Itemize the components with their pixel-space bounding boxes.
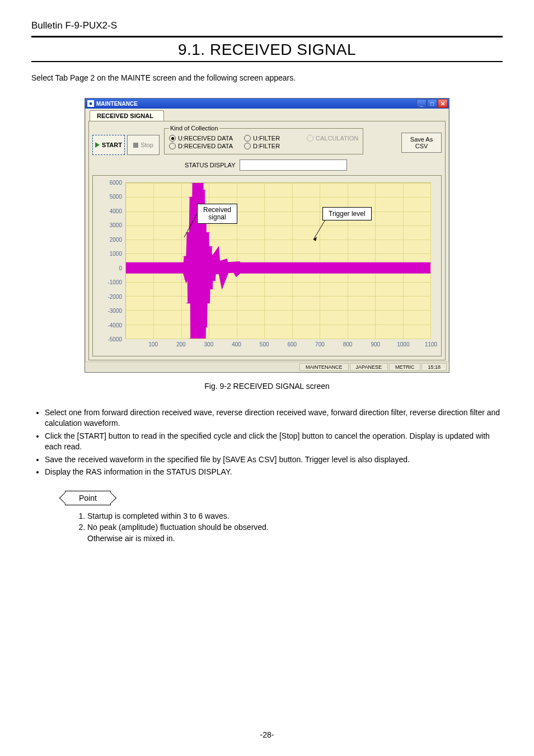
radio-icon <box>244 143 251 149</box>
radio-icon <box>169 135 176 142</box>
tab-row: RECEIVED SIGNAL <box>85 109 449 121</box>
window-title: MAINTENANCE <box>96 101 138 107</box>
callout-received-signal: Received signal <box>197 204 237 224</box>
window-controls: _ □ ✕ <box>416 99 448 108</box>
plot-area <box>125 182 431 339</box>
kind-of-collection-group: Kind of Collection U:RECEIVED DATA U:FIL… <box>164 125 363 154</box>
app-window: ■ MAINTENANCE _ □ ✕ RECEIVED SIGNAL STAR… <box>85 98 449 373</box>
maximize-icon[interactable]: □ <box>427 99 437 108</box>
svg-point-13 <box>194 327 208 327</box>
waveform-svg <box>126 183 430 339</box>
radio-calculation[interactable]: CALCULATION <box>307 135 358 142</box>
statusbar-maintenance: MAINTENANCE <box>299 363 349 371</box>
status-bar: MAINTENANCE JAPANESE METRIC 15:18 <box>85 361 449 372</box>
callout-trigger-level: Trigger level <box>322 207 372 220</box>
statusbar-unit: METRIC <box>389 363 421 371</box>
start-stop-group: START Stop <box>92 135 160 155</box>
status-display-label: STATUS DISPLAY <box>185 162 235 168</box>
svg-line-28 <box>184 213 198 237</box>
list-item: Startup is completed within 3 to 6 waves… <box>87 511 503 522</box>
start-label: START <box>102 142 122 148</box>
svg-point-21 <box>208 273 222 274</box>
svg-point-1 <box>180 269 194 270</box>
svg-point-23 <box>216 270 230 270</box>
svg-point-3 <box>182 279 196 279</box>
svg-point-22 <box>216 265 230 266</box>
stop-button[interactable]: Stop <box>127 135 160 155</box>
x-axis-labels: 10020030040050060070080090010001100 <box>125 341 431 349</box>
rule-top <box>31 36 503 37</box>
svg-point-10 <box>193 190 207 190</box>
tab-received-signal[interactable]: RECEIVED SIGNAL <box>90 110 164 121</box>
radio-d-filter[interactable]: D:FILTER <box>244 143 280 149</box>
stop-label: Stop <box>140 142 153 148</box>
kind-legend: Kind of Collection <box>169 125 219 132</box>
point-list: Startup is completed within 3 to 6 waves… <box>76 511 503 544</box>
svg-point-27 <box>257 267 271 268</box>
radio-u-received[interactable]: U:RECEIVED DATA <box>169 135 233 142</box>
radio-icon <box>244 135 251 142</box>
start-button[interactable]: START <box>92 135 125 155</box>
svg-point-20 <box>208 262 222 262</box>
list-item: Save the received waveform in the specif… <box>45 454 503 465</box>
section-title: 9.1. RECEIVED SIGNAL <box>31 41 503 59</box>
page-number: -28- <box>0 730 534 739</box>
bullet-list: Select one from forward direction receiv… <box>31 407 503 477</box>
radio-icon <box>169 143 176 149</box>
statusbar-time: 15:18 <box>421 363 447 371</box>
stop-icon <box>133 143 138 148</box>
list-item: Click the [START] button to read in the … <box>45 431 503 452</box>
svg-point-15 <box>196 303 210 303</box>
intro-text: Select Tab Page 2 on the MAINTE screen a… <box>31 73 503 82</box>
save-as-csv-button[interactable]: Save As CSV <box>401 133 442 153</box>
svg-point-18 <box>202 255 216 255</box>
close-icon[interactable]: ✕ <box>438 99 448 108</box>
rule-under-title <box>31 61 503 62</box>
list-item: Display the RAS information in the STATU… <box>45 467 503 477</box>
radio-u-filter[interactable]: U:FILTER <box>244 135 280 142</box>
svg-point-0 <box>180 266 194 266</box>
app-body: START Stop Kind of Collection U:RECEIVED… <box>88 121 446 360</box>
minimize-icon[interactable]: _ <box>416 99 427 108</box>
svg-point-24 <box>229 267 243 267</box>
svg-point-16 <box>199 246 213 247</box>
svg-point-25 <box>229 268 243 269</box>
chart-area: -5000-4000-3000-2000-1000010002000300040… <box>92 175 442 356</box>
radio-d-received[interactable]: D:RECEIVED DATA <box>169 143 233 149</box>
svg-point-6 <box>188 197 202 198</box>
titlebar: ■ MAINTENANCE _ □ ✕ <box>85 98 449 109</box>
svg-point-17 <box>199 289 213 289</box>
bulletin-header: Bulletin F-9-PUX2-S <box>31 20 503 31</box>
list-item: Select one from forward direction receiv… <box>45 407 503 429</box>
point-label-box: Point <box>65 491 111 505</box>
status-display-field <box>240 159 347 171</box>
list-item: No peak (amplitude) fluctuation should b… <box>87 522 503 544</box>
y-axis-labels: -5000-4000-3000-2000-1000010002000300040… <box>99 182 123 339</box>
svg-point-19 <box>202 280 216 281</box>
svg-line-29 <box>313 217 327 240</box>
radio-icon <box>307 135 313 142</box>
app-icon: ■ <box>87 100 94 107</box>
play-icon <box>95 142 100 148</box>
svg-point-2 <box>182 256 196 257</box>
figure-caption: Fig. 9-2 RECEIVED SIGNAL screen <box>31 382 503 391</box>
statusbar-language: JAPANESE <box>350 363 388 371</box>
